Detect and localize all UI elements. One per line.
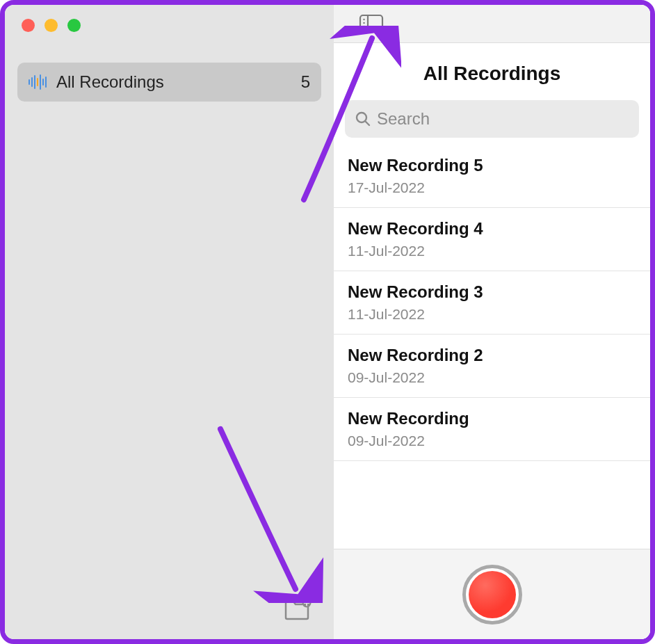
search-input[interactable] bbox=[377, 109, 629, 129]
toggle-sidebar-button[interactable] bbox=[359, 14, 384, 33]
recording-date: 11-Jul-2022 bbox=[348, 243, 650, 259]
new-folder-icon bbox=[284, 597, 312, 621]
search-icon bbox=[355, 111, 371, 127]
app-window: All Recordings 5 bbox=[0, 0, 655, 644]
record-button[interactable] bbox=[462, 565, 522, 625]
waveform-icon bbox=[29, 74, 47, 90]
recording-title: New Recording 4 bbox=[348, 219, 650, 239]
svg-point-3 bbox=[363, 19, 364, 20]
list-item[interactable]: New Recording 09-Jul-2022 bbox=[334, 398, 650, 461]
record-icon bbox=[469, 571, 516, 618]
sidebar-item-label: All Recordings bbox=[56, 72, 291, 92]
minimize-window-button[interactable] bbox=[45, 19, 58, 32]
new-folder-button[interactable] bbox=[284, 597, 312, 622]
recording-date: 11-Jul-2022 bbox=[348, 306, 650, 323]
recording-title: New Recording bbox=[348, 409, 650, 428]
svg-point-5 bbox=[363, 26, 364, 27]
sidebar-footer bbox=[5, 579, 334, 639]
toggle-sidebar-icon bbox=[359, 14, 384, 33]
maximize-window-button[interactable] bbox=[67, 19, 81, 32]
window-controls bbox=[5, 5, 334, 43]
search-field[interactable] bbox=[345, 100, 639, 138]
toolbar bbox=[334, 5, 650, 43]
page-title: All Recordings bbox=[334, 43, 650, 100]
sidebar-item-count: 5 bbox=[301, 72, 310, 92]
recordings-list: New Recording 5 17-Jul-2022 New Recordin… bbox=[334, 145, 650, 549]
recording-date: 17-Jul-2022 bbox=[348, 179, 650, 196]
list-item[interactable]: New Recording 5 17-Jul-2022 bbox=[334, 145, 650, 208]
list-item[interactable]: New Recording 3 11-Jul-2022 bbox=[334, 271, 650, 335]
sidebar-item-all-recordings[interactable]: All Recordings 5 bbox=[17, 63, 321, 102]
recording-date: 09-Jul-2022 bbox=[348, 433, 650, 449]
sidebar: All Recordings 5 bbox=[5, 5, 334, 639]
recording-title: New Recording 2 bbox=[348, 346, 650, 365]
recording-title: New Recording 5 bbox=[348, 156, 650, 175]
svg-line-7 bbox=[366, 122, 370, 126]
list-item[interactable]: New Recording 2 09-Jul-2022 bbox=[334, 335, 650, 398]
main-pane: All Recordings New Recording 5 17-Jul-20… bbox=[334, 5, 650, 639]
recording-title: New Recording 3 bbox=[348, 282, 650, 302]
list-item[interactable]: New Recording 4 11-Jul-2022 bbox=[334, 208, 650, 271]
recording-date: 09-Jul-2022 bbox=[348, 369, 650, 386]
svg-rect-1 bbox=[360, 15, 382, 32]
record-toolbar bbox=[334, 549, 650, 639]
svg-point-4 bbox=[363, 22, 364, 24]
close-window-button[interactable] bbox=[22, 19, 35, 32]
